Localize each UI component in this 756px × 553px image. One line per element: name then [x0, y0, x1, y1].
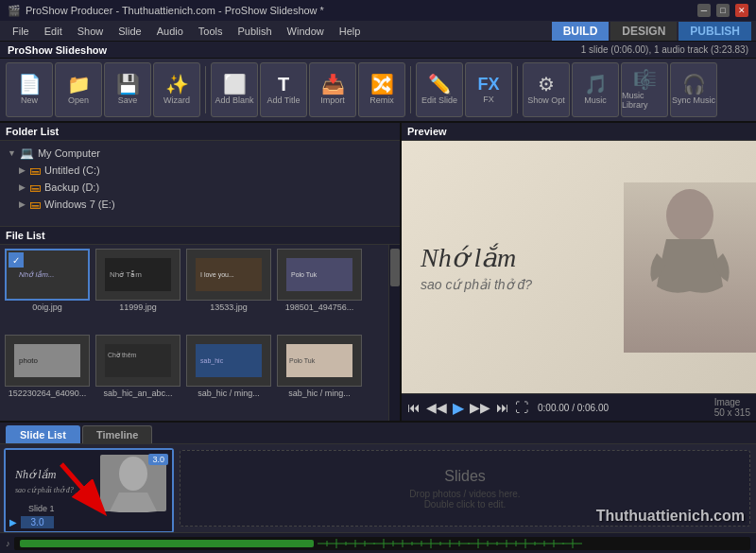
minimize-button[interactable]: ─ [697, 4, 711, 17]
slide-item-1[interactable]: Nhớ lắm sao cứ phải thở đ? 3.0 ▶ [4, 448, 174, 532]
skip-forward-button[interactable]: ⏭ [496, 400, 509, 415]
add-blank-button[interactable]: ⬜ Add Blank [211, 62, 258, 117]
fast-back-button[interactable]: ◀◀ [426, 400, 447, 415]
edit-slide-button[interactable]: ✏️ Edit Slide [416, 62, 463, 117]
tree-d-drive[interactable]: ▶ 🖴 Backup (D:) [4, 179, 396, 196]
drop-title: Slides [444, 468, 486, 485]
menu-window[interactable]: Window [280, 24, 332, 39]
tree-e-drive[interactable]: ▶ 🖴 Windows 7 (E:) [4, 196, 396, 213]
menu-audio[interactable]: Audio [149, 24, 191, 39]
list-item[interactable]: Polo Tuk sab_hic / ming... [276, 335, 363, 417]
sync-music-button[interactable]: 🎧 Sync Music [670, 62, 717, 117]
remix-button[interactable]: 🔀 Remix [358, 62, 405, 117]
menu-bar: File Edit Show Slide Audio Tools Publish… [0, 21, 756, 42]
import-button[interactable]: 📥 Import [309, 62, 356, 117]
thumbnail: Polo Tuk [277, 249, 362, 301]
fx-button[interactable]: FX FX [465, 62, 512, 117]
thumbnail: Polo Tuk [277, 335, 362, 387]
svg-text:Nhớ lắm...: Nhớ lắm... [19, 269, 55, 279]
scroll-thumb[interactable] [390, 249, 400, 286]
preview-scene: Nhớ lắm sao cứ phải thở đ? [402, 141, 756, 393]
wizard-icon: ✨ [165, 75, 189, 94]
show-opt-button[interactable]: ⚙ Show Opt [523, 62, 570, 117]
open-button[interactable]: 📁 Open [55, 62, 102, 117]
maximize-button[interactable]: □ [716, 4, 730, 17]
toolbar: 📄 New 📁 Open 💾 Save ✨ Wizard ⬜ Add Blank… [0, 59, 756, 123]
scrollbar[interactable] [388, 245, 400, 421]
save-button[interactable]: 💾 Save [104, 62, 151, 117]
tab-build[interactable]: BUILD [552, 22, 610, 41]
edit-slide-icon: ✏️ [428, 75, 452, 94]
slide-duration-input[interactable] [21, 516, 54, 528]
show-title: ProShow Slideshow [8, 44, 107, 56]
list-item[interactable]: Chờ thêm sab_hic_an_abc... [94, 335, 181, 417]
slide-play-button[interactable]: ▶ [9, 517, 17, 527]
playback-time: 0:00.00 / 0:06.00 [538, 403, 609, 413]
window-controls[interactable]: ─ □ ✕ [697, 4, 748, 17]
music-library-icon: 🎼 [633, 70, 657, 89]
new-button[interactable]: 📄 New [6, 62, 53, 117]
tab-slide-list[interactable]: Slide List [6, 425, 80, 443]
tree-my-computer[interactable]: ▼ 💻 My Computer [4, 145, 396, 162]
list-item[interactable]: I love you... 13533.jpg [185, 249, 272, 331]
menu-publish[interactable]: Publish [231, 24, 280, 39]
right-panel: Preview Nhớ lắm sao cứ phải thở đ? [402, 123, 756, 421]
svg-text:Chờ thêm: Chờ thêm [108, 352, 137, 358]
slide-controls-1: ▶ [6, 512, 172, 531]
tab-publish[interactable]: PUBLISH [679, 22, 751, 41]
thumbnail: Chờ thêm [95, 335, 180, 387]
add-title-icon: T [278, 75, 289, 94]
music-library-button[interactable]: 🎼 Music Library [621, 62, 668, 117]
list-item[interactable]: Nhớ Tắm 11999.jpg [94, 249, 181, 331]
show-info: 1 slide (0:06.00), 1 audio track (3:23.8… [581, 44, 748, 55]
skip-back-button[interactable]: ⏮ [407, 400, 421, 415]
show-opt-icon: ⚙ [538, 75, 555, 94]
menu-tools[interactable]: Tools [191, 24, 231, 39]
save-icon: 💾 [116, 75, 140, 94]
filename: 11999.jpg [95, 302, 180, 312]
preview-person [624, 182, 756, 353]
close-button[interactable]: ✕ [735, 4, 748, 17]
fullscreen-button[interactable]: ⛶ [515, 400, 528, 415]
menu-file[interactable]: File [5, 24, 37, 39]
remix-icon: 🔀 [370, 75, 394, 94]
menu-help[interactable]: Help [332, 24, 369, 39]
preview-area: Nhớ lắm sao cứ phải thở đ? [402, 141, 756, 393]
svg-text:Nhớ lắm: Nhớ lắm [14, 468, 57, 481]
bottom-panel: Slide List Timeline Nhớ lắm sao cứ phải … [0, 421, 756, 553]
list-item[interactable]: sab_hic sab_hic / ming... [185, 335, 272, 417]
list-item[interactable]: photo 152230264_64090... [4, 335, 91, 417]
tab-design[interactable]: DESIGN [610, 22, 677, 41]
thumbnail: sab_hic [186, 335, 271, 387]
wizard-button[interactable]: ✨ Wizard [153, 62, 200, 117]
folder-tree: ▼ 💻 My Computer ▶ 🖴 Untitled (C:) ▶ 🖴 Ba… [0, 141, 400, 226]
svg-text:Nhớ Tắm: Nhớ Tắm [110, 270, 142, 279]
svg-text:Polo Tuk: Polo Tuk [291, 271, 318, 278]
slides-drop-area[interactable]: Slides Drop photos / videos here. Double… [180, 450, 750, 527]
waveform-bar [20, 540, 315, 547]
audio-waveform [14, 537, 751, 550]
play-button[interactable]: ▶ [453, 399, 464, 417]
thumbnail: Nhớ Tắm [95, 249, 180, 301]
preview-controls: ⏮ ◀◀ ▶ ▶▶ ⏭ ⛶ 0:00.00 / 0:06.00 Image 50… [402, 393, 756, 421]
list-item[interactable]: Polo Tuk 198501_494756... [276, 249, 363, 331]
tab-timeline[interactable]: Timeline [82, 425, 152, 443]
import-icon: 📥 [321, 75, 345, 94]
list-item[interactable]: ✓ Nhớ lắm... 0oig.jpg [4, 249, 91, 331]
drive-icon: 🖴 [29, 164, 41, 177]
menu-edit[interactable]: Edit [37, 24, 70, 39]
music-icon: 🎵 [584, 75, 608, 94]
filename: 13533.jpg [186, 302, 271, 312]
audio-label: ♪ [6, 539, 10, 548]
add-title-button[interactable]: T Add Title [260, 62, 307, 117]
expand-icon: ▼ [8, 148, 16, 158]
title-bar: 🎬 ProShow Producer - Thuthuattienich.com… [0, 0, 756, 21]
tree-c-drive[interactable]: ▶ 🖴 Untitled (C:) [4, 162, 396, 179]
sync-music-icon: 🎧 [682, 75, 706, 94]
music-button[interactable]: 🎵 Music [572, 62, 619, 117]
menu-slide[interactable]: Slide [111, 24, 148, 39]
svg-point-20 [119, 457, 147, 491]
menu-show[interactable]: Show [70, 24, 112, 39]
preview-subtitle: sao cứ phải thở đ? [421, 277, 605, 292]
fast-forward-button[interactable]: ▶▶ [470, 400, 490, 415]
